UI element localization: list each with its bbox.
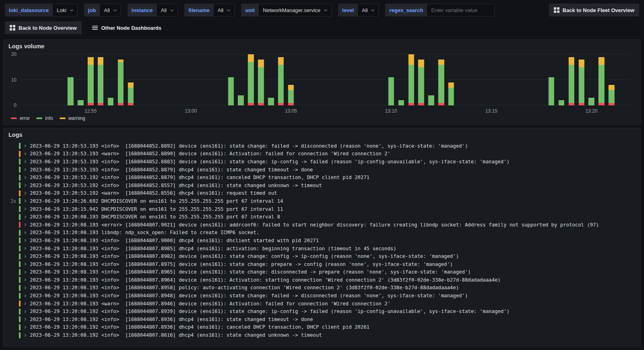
bar-segment-info: [428, 95, 434, 105]
stacked-bar[interactable]: [568, 52, 574, 105]
stacked-bar[interactable]: [98, 52, 103, 105]
variable-input-regex_search[interactable]: [427, 4, 495, 16]
log-row[interactable]: 2x2023-06-29 13:20:26.692 DHCPDISCOVER o…: [7, 197, 637, 205]
log-row[interactable]: 2023-06-29 13:20:15.942 DHCPDISCOVER on …: [7, 205, 637, 213]
log-row[interactable]: 2023-06-29 13:20:53.192 <info> [16880448…: [7, 181, 637, 189]
log-row[interactable]: 2023-06-29 13:20:53.193 <info> [16880448…: [7, 142, 637, 150]
chevron-right-icon: [23, 160, 26, 163]
stacked-bar[interactable]: [559, 52, 564, 105]
bar-segment-info: [108, 98, 114, 105]
log-level-bar-info: [19, 261, 21, 267]
chevron-right-icon: [23, 200, 26, 202]
stacked-bar[interactable]: [408, 52, 414, 105]
log-row[interactable]: 2023-06-29 13:20:08.192 <info> [16880448…: [7, 323, 637, 331]
x-axis-label: 13:00: [185, 108, 197, 114]
variable-value: All: [218, 7, 223, 13]
log-text: 2023-06-29 13:20:08.193 DHCPDISCOVER on …: [30, 214, 280, 220]
log-row[interactable]: 2023-06-29 13:20:08.193 <info> [16880448…: [7, 260, 637, 268]
stacked-bar[interactable]: [238, 52, 244, 105]
stacked-bar[interactable]: [278, 52, 284, 105]
log-row[interactable]: 2023-06-29 13:20:53.193 <info> [16880448…: [7, 166, 637, 174]
stacked-bar[interactable]: [549, 52, 554, 105]
log-row[interactable]: 2023-06-29 13:20:08.192 <info> [16880448…: [7, 307, 637, 315]
logs-volume-panel-title[interactable]: Logs volume: [4, 40, 640, 50]
log-level-bar-info: [19, 167, 21, 173]
x-axis-label: 13:05: [285, 108, 297, 114]
bar-segment-info: [559, 100, 564, 105]
chevron-right-icon: [23, 294, 26, 297]
bar-segment-info: [438, 65, 444, 103]
stacked-bar[interactable]: [68, 52, 73, 105]
variable-select-loki_datasource[interactable]: Loki: [53, 4, 78, 16]
log-row[interactable]: 2023-06-29 13:20:08.193 <info> [16880448…: [7, 252, 637, 260]
stacked-bar[interactable]: [258, 52, 264, 105]
stacked-bar[interactable]: [78, 52, 83, 105]
variable-job: jobAll: [84, 4, 121, 16]
legend-item-error[interactable]: error: [11, 115, 30, 121]
log-row[interactable]: 2023-06-29 13:20:08.192 <info> [16880448…: [7, 331, 637, 339]
other-node-dashboards-menu[interactable]: Other Node Dashboards: [92, 25, 162, 31]
bar-segment-warning: [599, 57, 604, 65]
log-level-bar-info: [19, 206, 21, 212]
stacked-bar[interactable]: [428, 52, 434, 105]
stacked-bar[interactable]: [418, 52, 424, 105]
variable-label-job: job: [84, 4, 100, 16]
variable-select-instance[interactable]: All: [157, 4, 178, 16]
bar-segment-warning: [248, 54, 254, 62]
log-level-bar-info: [19, 143, 21, 149]
logs-panel-title[interactable]: Logs: [4, 128, 640, 139]
back-to-node-overview-button[interactable]: Back to Node Overview: [5, 21, 82, 34]
log-row[interactable]: 2023-06-29 13:20:08.193 <info> [16880448…: [7, 268, 637, 276]
log-level-bar-info: [19, 182, 21, 188]
variable-select-filename[interactable]: All: [214, 4, 235, 16]
log-text: 2023-06-29 13:20:53.192 <info> [16880448…: [30, 183, 322, 188]
stacked-bar[interactable]: [128, 52, 134, 105]
stacked-bar[interactable]: [118, 52, 124, 105]
stacked-bar[interactable]: [88, 52, 93, 105]
log-level-bar-info: [19, 214, 21, 220]
bar-segment-warning: [258, 60, 264, 67]
legend-item-warning[interactable]: warning: [60, 115, 85, 121]
chevron-right-icon: [23, 152, 26, 155]
stacked-bar[interactable]: [228, 52, 233, 105]
stacked-bar[interactable]: [288, 52, 294, 105]
stacked-bar[interactable]: [268, 52, 274, 105]
stacked-bar[interactable]: [438, 52, 444, 105]
legend-swatch: [60, 117, 66, 119]
bar-segment-warning: [128, 82, 134, 88]
log-row[interactable]: 2023-06-29 13:20:08.193 <info> [16880448…: [7, 284, 637, 292]
log-row[interactable]: 2023-06-29 13:20:08.193 <info> [16880448…: [7, 292, 637, 300]
stacked-bar[interactable]: [578, 52, 584, 105]
log-row[interactable]: 2023-06-29 13:20:08.193 DHCPDISCOVER on …: [7, 213, 637, 221]
stacked-bar[interactable]: [108, 52, 114, 105]
stacked-bar[interactable]: [388, 52, 394, 105]
variable-instance: instanceAll: [128, 4, 178, 16]
stacked-bar[interactable]: [588, 52, 594, 105]
log-row[interactable]: 2023-06-29 13:20:08.193 <info> [16880448…: [7, 245, 637, 253]
bar-segment-info: [258, 67, 264, 103]
log-row[interactable]: 2023-06-29 13:20:08.193 <info> [16880448…: [7, 276, 637, 284]
stacked-bar[interactable]: [609, 52, 614, 105]
stacked-bar[interactable]: [248, 52, 254, 105]
bar-segment-info: [118, 62, 124, 103]
log-text: 2023-06-29 13:20:53.192 <warn> [16880448…: [30, 190, 277, 196]
log-row[interactable]: 2023-06-29 13:20:08.193 <error> [1688044…: [7, 221, 637, 229]
log-row[interactable]: 2023-06-29 13:20:08.193 <warn> [16880448…: [7, 300, 637, 308]
log-row[interactable]: 2023-06-29 13:20:53.193 <info> [16880448…: [7, 158, 637, 166]
legend-item-info[interactable]: info: [36, 115, 53, 121]
log-level-bar-info: [19, 175, 21, 181]
stacked-bar[interactable]: [599, 52, 604, 105]
back-to-node-fleet-overview-button[interactable]: Back to Node Fleet Overview: [549, 4, 639, 16]
log-row[interactable]: 2023-06-29 13:20:08.193 libndp: ndp_sock…: [7, 229, 637, 237]
variable-select-level[interactable]: All: [358, 4, 379, 16]
log-row[interactable]: 2023-06-29 13:20:08.193 <info> [16880448…: [7, 237, 637, 245]
chevron-down-icon: [70, 8, 73, 11]
log-row[interactable]: 2023-06-29 13:20:53.192 <info> [16880448…: [7, 173, 637, 181]
variable-select-unit[interactable]: NetworkManager.service: [259, 4, 332, 16]
log-row[interactable]: 2023-06-29 13:20:53.192 <warn> [16880448…: [7, 189, 637, 198]
log-row[interactable]: 2023-06-29 13:20:08.192 <info> [16880448…: [7, 315, 637, 323]
stacked-bar[interactable]: [398, 52, 404, 105]
stacked-bar[interactable]: [448, 52, 454, 105]
log-row[interactable]: 2023-06-29 13:20:53.193 <warn> [16880448…: [7, 150, 637, 158]
variable-select-job[interactable]: All: [100, 4, 121, 16]
